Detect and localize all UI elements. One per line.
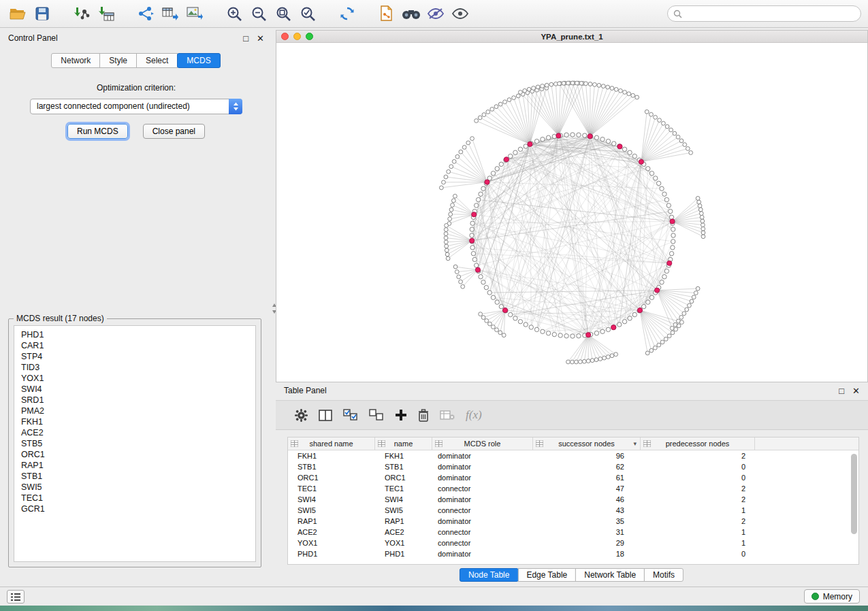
tab-network-table[interactable]: Network Table	[575, 568, 645, 582]
columns-icon	[319, 410, 332, 421]
export-image-button[interactable]	[184, 3, 206, 24]
table-settings-button[interactable]	[295, 405, 308, 425]
open-file-button[interactable]	[7, 3, 29, 24]
deselect-all-rows-button[interactable]	[369, 405, 384, 425]
mcds-result-item[interactable]: RAP1	[21, 460, 255, 471]
panel-menu-button[interactable]	[7, 590, 25, 604]
search-input[interactable]	[686, 9, 855, 18]
minimize-window-icon[interactable]	[293, 33, 301, 40]
trash-icon	[418, 409, 429, 422]
mcds-result-item[interactable]: ACE2	[21, 427, 255, 438]
zoom-out-button[interactable]	[248, 3, 270, 24]
table-row[interactable]: SWI4SWI4dominator462	[288, 494, 858, 505]
network-titlebar[interactable]: YPA_prune.txt_1	[276, 31, 867, 43]
mcds-result-item[interactable]: TEC1	[21, 493, 255, 503]
export-table-button[interactable]	[159, 3, 181, 24]
hide-selected-button[interactable]	[425, 3, 447, 24]
mcds-result-item[interactable]: FKH1	[21, 416, 255, 427]
table-row[interactable]: PHD1PHD1dominator180	[288, 548, 858, 559]
table-row[interactable]: FKH1FKH1dominator962	[288, 450, 858, 461]
zoom-in-button[interactable]	[223, 3, 245, 24]
function-builder-button[interactable]: f(x)	[466, 405, 482, 425]
table-row[interactable]: ACE2ACE2connector311	[288, 527, 858, 538]
close-panel-icon[interactable]: ✕	[257, 34, 264, 43]
import-network-button[interactable]	[71, 3, 93, 24]
table-row[interactable]: ORC1ORC1dominator610	[288, 472, 858, 483]
save-session-button[interactable]	[31, 3, 53, 24]
table-row[interactable]: STB1STB1dominator620	[288, 461, 858, 472]
tab-node-table[interactable]: Node Table	[460, 568, 519, 582]
mcds-result-item[interactable]: CAR1	[21, 340, 255, 351]
run-mcds-button[interactable]: Run MCDS	[67, 124, 128, 139]
mcds-result-item[interactable]: YOX1	[21, 373, 255, 384]
column-header-mcds-role[interactable]: MCDS role	[432, 437, 533, 450]
import-table-button[interactable]	[95, 3, 117, 24]
mcds-result-item[interactable]: SWI4	[21, 384, 255, 395]
table-scrollbar[interactable]	[851, 452, 857, 561]
mcds-result-item[interactable]: STB1	[21, 471, 255, 482]
table-header-row: shared name name MCDS role successor nod…	[288, 437, 858, 450]
show-columns-button[interactable]	[319, 405, 332, 425]
table-row[interactable]: TEC1TEC1connector472	[288, 483, 858, 494]
export-network-button[interactable]	[135, 3, 157, 24]
zoom-selected-button[interactable]	[297, 3, 319, 24]
mcds-result-item[interactable]: PMA2	[21, 406, 255, 416]
search-network-button[interactable]	[400, 3, 422, 24]
create-column-button[interactable]	[395, 405, 407, 425]
scrollbar-thumb[interactable]	[851, 454, 857, 534]
network-canvas[interactable]	[276, 43, 867, 382]
table-cell: PHD1	[375, 550, 432, 558]
table-cell: 1	[641, 528, 755, 536]
refresh-view-button[interactable]	[336, 3, 358, 24]
float-panel-icon[interactable]: □	[243, 34, 248, 43]
table-cell: dominator	[432, 474, 533, 482]
table-row[interactable]: YOX1YOX1connector291	[288, 538, 858, 548]
table-row[interactable]: SWI5SWI5connector431	[288, 505, 858, 516]
zoom-fit-button[interactable]	[272, 3, 294, 24]
mcds-result-item[interactable]: TID3	[21, 362, 255, 373]
column-header-shared-name[interactable]: shared name	[288, 437, 375, 450]
table-toolbar: f(x)	[276, 400, 868, 430]
mcds-result-item[interactable]: SWI5	[21, 482, 255, 493]
tab-select[interactable]: Select	[136, 53, 178, 68]
show-all-button[interactable]	[449, 3, 471, 24]
close-mcds-panel-button[interactable]: Close panel	[143, 124, 205, 139]
column-header-predecessor-nodes[interactable]: predecessor nodes	[641, 437, 755, 450]
mcds-result-item[interactable]: SRD1	[21, 395, 255, 406]
memory-button[interactable]: Memory	[804, 589, 860, 604]
mcds-result-item[interactable]: STP4	[21, 351, 255, 362]
mcds-result-item[interactable]: PHD1	[21, 329, 255, 340]
column-type-icon	[435, 440, 443, 447]
select-all-rows-button[interactable]	[343, 405, 358, 425]
criterion-value: largest connected component (undirected)	[31, 99, 242, 114]
zoom-fit-icon	[276, 6, 291, 22]
binoculars-icon	[402, 7, 421, 20]
fx-icon: f(x)	[466, 408, 482, 422]
memory-status-icon	[811, 593, 819, 600]
column-label: successor nodes	[558, 440, 615, 448]
column-header-name[interactable]: name	[375, 437, 432, 450]
table-cell: connector	[432, 528, 533, 536]
tab-edge-table[interactable]: Edge Table	[517, 568, 576, 582]
tab-style[interactable]: Style	[99, 53, 137, 68]
mcds-result-item[interactable]: ORC1	[21, 449, 255, 460]
tab-motifs[interactable]: Motifs	[644, 568, 684, 582]
table-cell: dominator	[432, 463, 533, 471]
delete-column-button[interactable]	[418, 405, 429, 425]
tab-mcds[interactable]: MCDS	[177, 53, 220, 68]
criterion-dropdown[interactable]: largest connected component (undirected)	[30, 99, 242, 114]
mcds-result-item[interactable]: STB5	[21, 438, 255, 449]
float-table-panel-icon[interactable]: □	[839, 386, 844, 395]
tab-network[interactable]: Network	[51, 53, 100, 68]
close-table-panel-icon[interactable]: ✕	[852, 386, 860, 395]
sort-descending-icon[interactable]: ▾	[633, 440, 637, 447]
mcds-result-item[interactable]: GCR1	[21, 503, 255, 514]
mcds-result-list[interactable]: PHD1CAR1STP4TID3YOX1SWI4SRD1PMA2FKH1ACE2…	[14, 325, 256, 562]
search-box[interactable]	[667, 5, 861, 22]
delete-table-button[interactable]	[440, 405, 455, 425]
close-window-icon[interactable]	[281, 33, 289, 40]
table-row[interactable]: RAP1RAP1dominator352	[288, 516, 858, 527]
clone-network-button[interactable]	[376, 3, 398, 24]
column-header-successor-nodes[interactable]: successor nodes ▾	[533, 437, 641, 450]
maximize-window-icon[interactable]	[306, 33, 313, 40]
